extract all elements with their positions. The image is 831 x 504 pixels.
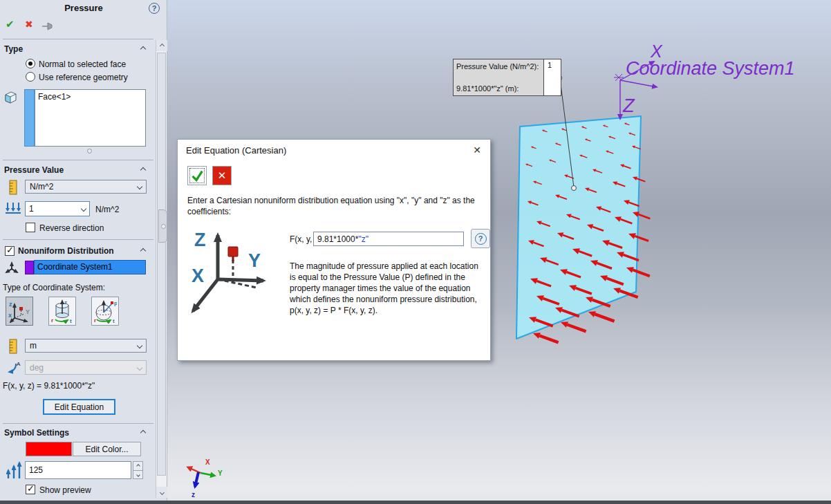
radio-normal-to-face[interactable] [26, 59, 35, 68]
pressure-unit-dropdown[interactable]: N/m^2 [25, 180, 147, 194]
callout-line2: 9.81*1000*"z" (m): [456, 84, 541, 93]
callout-value-cell[interactable]: 1 [543, 59, 561, 95]
edit-equation-dialog: Edit Equation (Cartesian) ✕ ✕ Enter a Ca… [177, 139, 491, 361]
spinner-down[interactable] [133, 471, 142, 479]
divider [3, 39, 153, 39]
scroll-up-button[interactable] [156, 40, 167, 51]
type-of-coordinate-label: Type of Coordinate System: [3, 283, 105, 292]
spherical-type-button[interactable]: p r t [91, 297, 119, 326]
radio-normal-label[interactable]: Normal to selected face [39, 59, 126, 69]
svg-text:r: r [94, 317, 96, 324]
arrow-size-input[interactable]: 125 [25, 461, 131, 479]
coordinate-color-swatch [25, 261, 34, 274]
axis-label-z: Z [623, 95, 635, 117]
coordinate-system-field[interactable]: Coordinate System1 [34, 260, 146, 274]
pressure-unit-value: N/m^2 [30, 182, 53, 192]
dialog-help-button[interactable]: ? [471, 229, 490, 248]
reverse-direction-checkbox[interactable] [26, 223, 35, 232]
cartesian-icon: z x Y [8, 299, 31, 324]
svg-text:t: t [70, 318, 72, 324]
dialog-description: The magnitude of pressure applied at eac… [290, 261, 485, 317]
divider [3, 239, 153, 240]
arrow-size-spinner[interactable] [133, 461, 143, 479]
divider [3, 160, 153, 160]
dialog-axis-z: Z [194, 230, 206, 250]
arrow-size-value[interactable]: 125 [29, 465, 43, 475]
window-bottom-edge [0, 501, 831, 504]
panel-splitter-handle[interactable] [158, 209, 167, 243]
nonuniform-header[interactable]: Nonuniform Distribution [18, 246, 114, 256]
help-icon[interactable]: ? [149, 3, 160, 14]
scrollbar-thumb[interactable] [157, 53, 166, 476]
length-unit-ruler-icon [9, 339, 17, 356]
collapse-nonuniform-icon[interactable] [140, 248, 146, 254]
show-preview-label[interactable]: Show preview [39, 485, 91, 495]
equation-input[interactable]: 9.81*1000*"z" [313, 232, 464, 246]
pressure-value[interactable]: 1 [29, 204, 34, 214]
pressure-value-combo[interactable]: 1 [25, 201, 90, 216]
edit-color-button[interactable]: Edit Color... [73, 442, 141, 456]
scroll-down-button[interactable] [156, 487, 167, 498]
pressure-face[interactable] [516, 116, 641, 339]
triad-label-y: Y [218, 469, 223, 477]
pressure-callout[interactable]: Pressure Value (N/m^2): 9.81*1000*"z" (m… [453, 59, 561, 96]
face-list-item[interactable]: Face<1> [38, 92, 71, 102]
equation-value-variable: "z" [358, 234, 368, 244]
spinner-up[interactable] [133, 462, 142, 470]
chevron-down-icon [137, 184, 142, 189]
dialog-close-icon[interactable]: ✕ [473, 144, 481, 156]
angle-unit-value: deg [30, 363, 44, 373]
dialog-cancel-button[interactable]: ✕ [212, 166, 232, 185]
chevron-down-icon [137, 343, 142, 348]
coordinate-system-value: Coordinate System1 [37, 262, 113, 272]
edit-equation-button[interactable]: Edit Equation [43, 399, 115, 415]
splitter-dot [161, 224, 166, 229]
dialog-ok-button[interactable] [187, 166, 207, 185]
equation-preview-text: F(x, y, z) = 9.81*1000*"z" [3, 381, 95, 391]
symbol-settings-header[interactable]: Symbol Settings [4, 428, 69, 438]
divider [3, 423, 153, 424]
svg-text:A: A [17, 361, 21, 367]
collapse-type-icon[interactable] [140, 46, 146, 52]
nonuniform-checkbox[interactable] [5, 246, 15, 256]
svg-text:z: z [9, 301, 12, 308]
chevron-down-icon [137, 364, 142, 370]
callout-labels: Pressure Value (N/m^2): 9.81*1000*"z" (m… [454, 59, 543, 95]
view-triad [188, 467, 214, 487]
collapse-pressure-icon[interactable] [140, 167, 146, 173]
chevron-down-icon [81, 206, 86, 212]
equation-value-prefix: 9.81*1000* [317, 234, 358, 244]
triad-label-x: X [205, 458, 210, 466]
x-icon: ✕ [218, 169, 227, 182]
face-select-icon [3, 90, 18, 107]
length-unit-dropdown[interactable]: m [25, 339, 147, 353]
panel-scrollbar[interactable] [156, 40, 167, 498]
pressure-value-header[interactable]: Pressure Value [4, 165, 64, 175]
type-section-header[interactable]: Type [4, 44, 23, 54]
face-selection-list[interactable]: Face<1> [35, 89, 146, 147]
arrow-size-icon [5, 460, 23, 482]
property-manager-panel: Pressure ? ✔ ✖ Type Normal to selected f… [0, 0, 167, 504]
cylindrical-type-button[interactable]: z r t [48, 297, 76, 326]
radio-reference-geometry[interactable] [26, 72, 35, 82]
pressure-arrows-icon [5, 201, 21, 217]
svg-text:t: t [113, 318, 115, 324]
show-preview-checkbox[interactable] [26, 485, 35, 494]
ok-button[interactable]: ✔ [6, 18, 15, 30]
dialog-axis-x: X [192, 265, 204, 286]
dialog-intro-text: Enter a Cartesian nonuniform distributio… [187, 195, 482, 217]
cartesian-axes-illustration: Z Y X [185, 224, 278, 326]
help-icon: ? [475, 233, 487, 245]
reverse-direction-label[interactable]: Reverse direction [39, 223, 104, 233]
spherical-icon: p r t [93, 299, 117, 324]
dialog-axis-y: Y [248, 250, 261, 271]
list-resize-handle[interactable] [87, 149, 92, 153]
symbol-color-swatch [26, 442, 72, 456]
cartesian-type-button[interactable]: z x Y [6, 297, 33, 326]
cancel-button[interactable]: ✖ [25, 19, 33, 30]
axis-label-x: X [651, 41, 662, 62]
pin-icon[interactable] [41, 21, 55, 33]
collapse-symbol-icon[interactable] [140, 430, 146, 436]
length-unit-value: m [30, 341, 37, 351]
radio-reference-label[interactable]: Use reference geometry [39, 73, 128, 82]
